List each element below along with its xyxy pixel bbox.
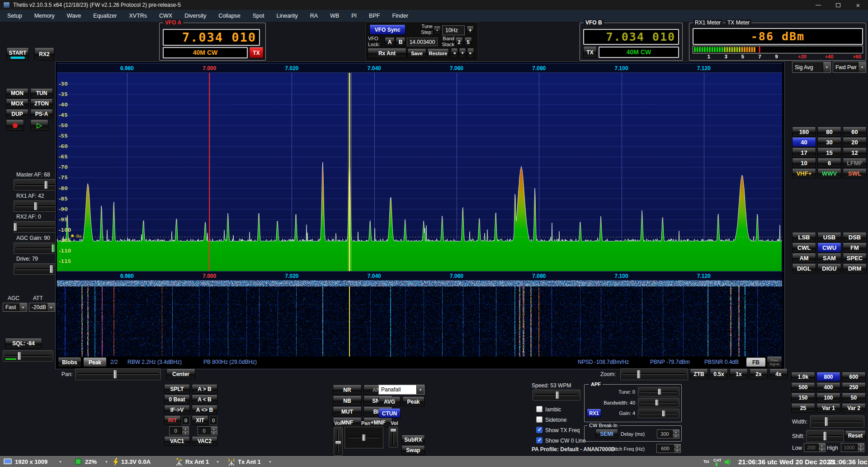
squelch-slider[interactable] [3, 350, 53, 362]
menu-ra[interactable]: RA [310, 13, 318, 19]
rit-spinner[interactable]: 0▲▼ [169, 426, 189, 435]
band-17[interactable]: 17 [792, 148, 816, 157]
menu-diversity[interactable]: Diversity [184, 13, 206, 19]
minimize-button[interactable]: — [808, 0, 828, 10]
chevron-down-icon[interactable]: ▼ [59, 460, 62, 463]
apf-bandwidth-slider[interactable] [638, 398, 679, 407]
tx-meter-combo[interactable]: Fwd Pwr▼ [833, 62, 866, 73]
filter-250[interactable]: 250 [842, 383, 866, 392]
zero-beat-button[interactable]: 0 Beat [164, 395, 190, 404]
spinner-arrows-icon[interactable]: ▲▼ [182, 427, 189, 435]
band-160[interactable]: 160 [792, 127, 816, 137]
menu-finder[interactable]: Finder [392, 13, 408, 19]
chevron-down-icon[interactable]: ▼ [823, 62, 830, 72]
menu-spot[interactable]: Spot [253, 13, 264, 19]
pan-audio-slider[interactable] [346, 433, 382, 442]
avg-button[interactable]: AVG [378, 397, 401, 406]
semi-button[interactable]: SEMI [595, 429, 618, 438]
cw-speed-slider-thumb[interactable] [556, 391, 560, 399]
subrx-button[interactable]: SubRX [401, 435, 425, 444]
vac1-button[interactable]: VAC1 [164, 437, 190, 446]
start-button[interactable]: START [6, 48, 29, 60]
menu-wave[interactable]: Wave [67, 13, 81, 19]
vfo-sync-button[interactable]: VFO Sync [369, 25, 406, 35]
mode-digl[interactable]: DIGL [792, 264, 816, 273]
squelch-slider-thumb[interactable] [18, 352, 22, 360]
mox-button[interactable]: MOX [6, 99, 28, 108]
mode-cwu[interactable]: CWU [817, 243, 841, 253]
band-40[interactable]: 40 [792, 138, 816, 147]
if-to-v-button[interactable]: IF->V [164, 405, 190, 415]
band-80[interactable]: 80 [817, 127, 841, 137]
filter-500[interactable]: 500 [791, 383, 815, 392]
waterfall-canvas[interactable] [57, 281, 782, 357]
band-swl[interactable]: SWL [843, 169, 867, 178]
low-spinner[interactable]: 200▲▼ [804, 443, 826, 452]
mode-sam[interactable]: SAM [817, 253, 841, 263]
play-button[interactable]: ▷ [30, 120, 48, 131]
mode-am[interactable]: AM [792, 253, 816, 263]
filter-var1[interactable]: Var 1 [816, 404, 840, 413]
menu-pi[interactable]: PI [351, 13, 357, 19]
shift-slider[interactable] [806, 430, 844, 442]
vfo-a-tx-button[interactable]: TX [249, 47, 264, 58]
pure-signal-button[interactable]: Pure Signal [767, 357, 782, 368]
maximize-button[interactable] [828, 0, 848, 10]
vol1-slider[interactable] [334, 427, 343, 456]
two-tone-button[interactable]: 2TON [30, 99, 53, 108]
band-12[interactable]: 12 [843, 148, 867, 157]
rit-button[interactable]: RIT [164, 416, 181, 425]
band-20[interactable]: 20 [843, 138, 867, 147]
vfo-lock-a-button[interactable]: A [385, 38, 395, 46]
panadapter-canvas[interactable] [57, 73, 782, 271]
width-slider[interactable] [810, 415, 864, 428]
rx-meter-combo[interactable]: Sig Avg▼ [792, 62, 831, 73]
frequency-scale-bottom[interactable]: 6.9807.0007.0207.0407.0607.0807.1007.120… [57, 271, 782, 281]
band-stack-index-button[interactable]: 2 [455, 38, 463, 46]
filter-800[interactable]: 800 [816, 372, 840, 381]
dup-button[interactable]: DUP [6, 110, 28, 119]
xit-spinner[interactable]: 0▲▼ [198, 426, 217, 435]
display-mode-combo[interactable]: Panafall▼ [378, 385, 425, 395]
nav-right-button[interactable]: ► [467, 48, 474, 58]
chevron-down-icon[interactable]: ▼ [105, 460, 108, 463]
fb-button[interactable]: FB [746, 357, 766, 367]
tun-button[interactable]: TUN [30, 89, 53, 98]
mode-cwl[interactable]: CWL [792, 243, 816, 253]
agc-gain-slider-thumb[interactable] [51, 244, 55, 253]
tx-antenna-readout[interactable]: Tx Ant 1 [238, 458, 261, 465]
split-button[interactable]: SPLT [164, 385, 190, 394]
spinner-arrows-icon[interactable]: ▲▼ [857, 443, 864, 452]
att-combo[interactable]: -20dB▼ [29, 303, 55, 312]
ztb-button[interactable]: ZTB [690, 369, 708, 379]
spinner-arrows-icon[interactable]: ▲▼ [210, 427, 217, 435]
center-button[interactable]: Center [166, 369, 195, 379]
menu-collapse[interactable]: Collapse [218, 13, 241, 19]
apf-tune-slider[interactable] [638, 387, 679, 396]
vol1-slider-thumb[interactable] [335, 441, 341, 445]
b-to-a-button[interactable]: A < B [192, 395, 217, 404]
nr-button[interactable]: NR [333, 385, 362, 395]
band-10[interactable]: 10 [792, 158, 816, 168]
pan-audio-slider-thumb[interactable] [362, 434, 366, 441]
ps-a-button[interactable]: PS-A [30, 110, 53, 119]
mode-lsb[interactable]: LSB [792, 233, 816, 242]
cw-speed-slider[interactable] [533, 390, 580, 400]
shift-slider-thumb[interactable] [823, 431, 827, 441]
ctun-button[interactable]: CTUN [378, 409, 401, 418]
menu-memory[interactable]: Memory [34, 13, 55, 19]
apf-tune-slider-thumb[interactable] [657, 388, 661, 395]
mon-button[interactable]: MON [6, 89, 28, 98]
vfo-b-tx-button[interactable]: TX [583, 47, 597, 58]
band-lfmf[interactable]: LFMF [843, 158, 867, 168]
mode-usb[interactable]: USB [817, 233, 841, 242]
menu-xvtrs[interactable]: XVTRs [129, 13, 147, 19]
peak-info-button[interactable]: Peak [83, 357, 107, 367]
resolution-readout[interactable]: 1920 x 1009 [15, 458, 47, 465]
restore-button[interactable]: Restore [427, 49, 449, 57]
pitch-freq-spinner[interactable]: 600▲▼ [656, 444, 681, 453]
rx-ant-button[interactable]: Rx Ant [368, 48, 406, 58]
apf-rx1-button[interactable]: RX1 [587, 409, 601, 417]
filter-100[interactable]: 100 [816, 393, 840, 402]
menu-equalizer[interactable]: Equalizer [93, 13, 117, 19]
